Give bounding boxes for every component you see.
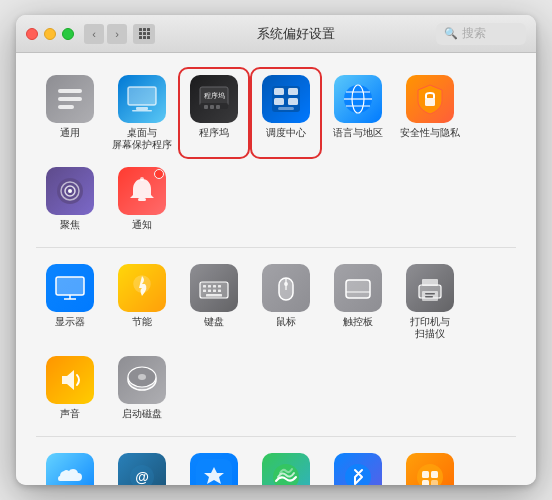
- keyboard-icon: [190, 264, 238, 312]
- pref-icloud[interactable]: iCloud: [36, 447, 104, 485]
- pref-extension[interactable]: 扩展: [396, 447, 464, 485]
- notification-icon: [118, 167, 166, 215]
- notification-label: 通知: [132, 219, 152, 231]
- svg-rect-16: [288, 88, 298, 95]
- section3-grid: iCloud @ 互联网帐户: [36, 447, 516, 485]
- pref-keyboard[interactable]: 键盘: [180, 258, 248, 346]
- grid-dots-icon: [139, 28, 150, 39]
- battery-label: 节能: [132, 316, 152, 328]
- mouse-label: 鼠标: [276, 316, 296, 328]
- svg-rect-41: [213, 285, 216, 288]
- svg-rect-72: [422, 471, 429, 478]
- svg-rect-73: [431, 471, 438, 478]
- svg-rect-39: [203, 285, 206, 288]
- display-label: 显示器: [55, 316, 85, 328]
- pref-mission-control[interactable]: 调度中心: [252, 69, 320, 157]
- pref-focus[interactable]: 聚焦: [36, 161, 104, 237]
- dock-icon: 程序坞: [190, 75, 238, 123]
- pref-dock[interactable]: 程序坞 程序坞: [180, 69, 248, 157]
- svg-rect-47: [206, 294, 222, 297]
- svg-rect-25: [425, 98, 435, 106]
- pref-display[interactable]: 显示器: [36, 258, 104, 346]
- traffic-lights: [26, 28, 74, 40]
- svg-rect-42: [218, 285, 221, 288]
- svg-rect-30: [138, 198, 146, 201]
- back-button[interactable]: ‹: [84, 24, 104, 44]
- mouse-icon: [262, 264, 310, 312]
- nav-buttons: ‹ ›: [84, 24, 155, 44]
- svg-text:@: @: [135, 469, 149, 485]
- section-internet: iCloud @ 互联网帐户: [36, 447, 516, 485]
- pref-language[interactable]: 语言与地区: [324, 69, 392, 157]
- display-icon: [46, 264, 94, 312]
- svg-rect-46: [218, 290, 221, 293]
- mission-control-icon: [262, 75, 310, 123]
- close-button[interactable]: [26, 28, 38, 40]
- trackpad-icon: [334, 264, 382, 312]
- focus-icon: [46, 167, 94, 215]
- svg-rect-40: [208, 285, 211, 288]
- search-placeholder: 搜索: [462, 25, 486, 42]
- svg-rect-2: [58, 105, 74, 109]
- pref-security[interactable]: 安全性与隐私: [396, 69, 464, 157]
- svg-rect-11: [210, 105, 214, 109]
- pref-appstore[interactable]: App Store: [180, 447, 248, 485]
- pref-general[interactable]: 通用: [36, 69, 104, 157]
- section1-grid: 通用 桌面与屏幕保护程序: [36, 69, 516, 237]
- mission-control-label: 调度中心: [266, 127, 306, 139]
- sound-label: 声音: [60, 408, 80, 420]
- svg-rect-52: [346, 280, 370, 298]
- pref-network[interactable]: 网络: [252, 447, 320, 485]
- pref-trackpad[interactable]: 触控板: [324, 258, 392, 346]
- appstore-icon: [190, 453, 238, 485]
- general-label: 通用: [60, 127, 80, 139]
- svg-rect-59: [425, 293, 435, 295]
- section-personal: 通用 桌面与屏幕保护程序: [36, 69, 516, 248]
- svg-point-51: [284, 282, 288, 286]
- svg-point-71: [417, 464, 443, 485]
- forward-button[interactable]: ›: [107, 24, 127, 44]
- pref-notification[interactable]: 通知: [108, 161, 176, 237]
- icloud-icon: [46, 453, 94, 485]
- svg-point-31: [140, 177, 144, 181]
- svg-rect-43: [203, 290, 206, 293]
- svg-point-65: [138, 374, 146, 380]
- desktop-icon: [118, 75, 166, 123]
- sound-icon: [46, 356, 94, 404]
- svg-rect-57: [422, 279, 438, 286]
- pref-sound[interactable]: 声音: [36, 350, 104, 426]
- search-box[interactable]: 🔍 搜索: [436, 23, 526, 45]
- pref-desktop[interactable]: 桌面与屏幕保护程序: [108, 69, 176, 157]
- pref-mouse[interactable]: 鼠标: [252, 258, 320, 346]
- pref-battery[interactable]: 节能: [108, 258, 176, 346]
- svg-rect-17: [274, 98, 284, 105]
- svg-text:程序坞: 程序坞: [204, 92, 225, 100]
- security-label: 安全性与隐私: [400, 127, 460, 139]
- svg-rect-32: [56, 277, 84, 295]
- pref-bluetooth[interactable]: 蓝牙: [324, 447, 392, 485]
- minimize-button[interactable]: [44, 28, 56, 40]
- focus-label: 聚焦: [60, 219, 80, 231]
- svg-rect-19: [278, 107, 294, 110]
- svg-rect-44: [208, 290, 211, 293]
- startup-label: 启动磁盘: [122, 408, 162, 420]
- bluetooth-icon: [334, 453, 382, 485]
- section2-grid: 显示器 节能: [36, 258, 516, 426]
- pref-startup[interactable]: 启动磁盘: [108, 350, 176, 426]
- svg-rect-1: [58, 97, 82, 101]
- svg-rect-10: [204, 105, 208, 109]
- general-icon: [46, 75, 94, 123]
- printer-label: 打印机与扫描仪: [410, 316, 450, 340]
- grid-view-button[interactable]: [133, 24, 155, 44]
- pref-printer[interactable]: 打印机与扫描仪: [396, 258, 464, 346]
- pref-internet[interactable]: @ 互联网帐户: [108, 447, 176, 485]
- printer-icon: [406, 264, 454, 312]
- maximize-button[interactable]: [62, 28, 74, 40]
- svg-rect-18: [288, 98, 298, 105]
- svg-rect-15: [274, 88, 284, 95]
- security-icon: [406, 75, 454, 123]
- system-preferences-window: ‹ › 系统偏好设置 🔍 搜索: [16, 15, 536, 485]
- search-icon: 🔍: [444, 27, 458, 40]
- svg-point-29: [68, 189, 72, 193]
- internet-icon: @: [118, 453, 166, 485]
